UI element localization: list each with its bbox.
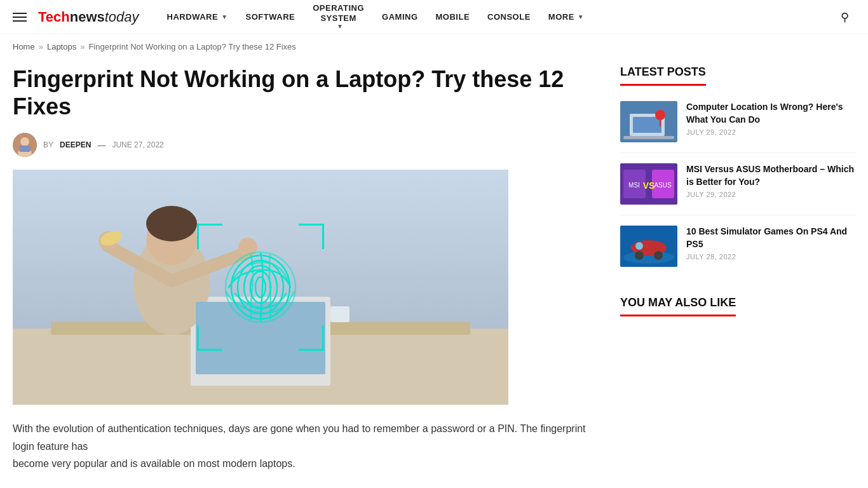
date-separator: — (97, 140, 105, 150)
avatar-image (13, 133, 37, 157)
list-item: 10 Best Simulator Games On PS4 And PS5 J… (620, 226, 855, 277)
avatar-svg (13, 133, 37, 157)
nav-item-hardware[interactable]: HARDWARE ▼ (158, 0, 237, 34)
post-info-3: 10 Best Simulator Games On PS4 And PS5 J… (686, 226, 855, 261)
svg-point-41 (635, 242, 643, 250)
latest-posts-title: LATEST POSTS (620, 65, 706, 86)
article-title: Fingerprint Not Working on a Laptop? Try… (13, 65, 595, 120)
post-info-1: Computer Location Is Wrong? Here's What … (686, 101, 855, 136)
svg-rect-3 (19, 146, 31, 152)
author-line: BY DEEPEN — JUNE 27, 2022 (13, 133, 595, 157)
post-thumbnail-1[interactable] (620, 101, 677, 142)
nav-item-mobile[interactable]: MOBILE (427, 0, 479, 34)
post-title-2[interactable]: MSI Versus ASUS Motherboard – Which is B… (686, 163, 855, 188)
nav-item-software[interactable]: SOFTWARE (237, 0, 304, 34)
author-name[interactable]: DEEPEN (60, 140, 91, 149)
breadcrumb-current: Fingerprint Not Working on a Laptop? Try… (88, 42, 295, 51)
scan-corner-tl (197, 224, 222, 249)
article: Fingerprint Not Working on a Laptop? Try… (13, 59, 595, 472)
hero-image (13, 170, 508, 405)
svg-text:MSI: MSI (628, 182, 640, 189)
logo-tech: Tech (38, 9, 70, 25)
breadcrumb-sep-2: » (80, 42, 85, 51)
svg-point-25 (255, 277, 266, 297)
chevron-down-icon: ▼ (578, 13, 584, 20)
chevron-down-icon: ▼ (337, 23, 343, 30)
post-title-1[interactable]: Computer Location Is Wrong? Here's What … (686, 101, 855, 126)
page-container: Fingerprint Not Working on a Laptop? Try… (0, 59, 868, 472)
nav-item-more[interactable]: MORE ▼ (539, 0, 593, 34)
chevron-down-icon: ▼ (221, 13, 227, 20)
main-nav: HARDWARE ▼ SOFTWARE OPERATING SYSTEM ▼ G… (158, 0, 834, 34)
nav-item-gaming[interactable]: GAMING (373, 0, 426, 34)
article-para-1: With the evolution of authentication tec… (13, 420, 595, 454)
avatar (13, 133, 37, 157)
post-info-2: MSI Versus ASUS Motherboard – Which is B… (686, 163, 855, 198)
you-may-also-like-section: YOU MAY ALSO LIKE (620, 296, 855, 322)
svg-point-1 (20, 137, 29, 146)
logo-news: news (70, 9, 105, 25)
fingerprint-icon (219, 246, 302, 329)
search-button[interactable]: ⚲ (834, 10, 855, 24)
article-body: With the evolution of authentication tec… (13, 420, 595, 472)
svg-point-30 (655, 110, 665, 120)
post-date-2: JULY 29, 2022 (686, 191, 855, 198)
post-thumbnail-2[interactable]: MSI ASUS VS (620, 163, 677, 205)
svg-rect-19 (330, 306, 349, 322)
post-thumbnail-3[interactable] (620, 226, 677, 267)
latest-posts-section: LATEST POSTS Computer (620, 65, 855, 277)
svg-point-12 (146, 206, 197, 241)
svg-point-42 (635, 251, 644, 260)
list-item: MSI ASUS VS MSI Versus ASUS Motherboard … (620, 163, 855, 215)
post-date-3: JULY 28, 2022 (686, 253, 855, 261)
hamburger-menu[interactable] (13, 13, 27, 22)
logo-today: today (105, 9, 139, 25)
breadcrumb-sep-1: » (39, 42, 43, 51)
breadcrumb-laptops[interactable]: Laptops (47, 42, 76, 51)
site-logo[interactable]: Technewstoday (38, 9, 139, 25)
svg-rect-28 (633, 117, 661, 133)
svg-text:ASUS: ASUS (654, 182, 672, 189)
list-item: Computer Location Is Wrong? Here's What … (620, 101, 855, 153)
nav-item-operating-system[interactable]: OPERATING SYSTEM ▼ (304, 0, 373, 34)
scan-corner-br (299, 325, 324, 351)
scan-corner-bl (197, 325, 222, 351)
fingerprint-scan-overlay (197, 224, 324, 351)
svg-rect-29 (623, 136, 674, 139)
article-date: JUNE 27, 2022 (112, 140, 163, 149)
by-label: BY (43, 140, 53, 149)
post-date-1: JULY 29, 2022 (686, 128, 855, 136)
breadcrumb: Home » Laptops » Fingerprint Not Working… (0, 34, 868, 59)
site-header: Technewstoday HARDWARE ▼ SOFTWARE OPERAT… (0, 0, 868, 34)
svg-point-43 (654, 251, 663, 260)
svg-text:VS: VS (643, 180, 655, 191)
sidebar: LATEST POSTS Computer (620, 59, 855, 472)
nav-item-console[interactable]: CONSOLE (478, 0, 539, 34)
scan-corner-tr (299, 224, 324, 249)
post-title-3[interactable]: 10 Best Simulator Games On PS4 And PS5 (686, 226, 855, 250)
breadcrumb-home[interactable]: Home (13, 42, 35, 51)
article-para-2: become very popular and is available on … (13, 455, 595, 472)
you-may-also-like-title: YOU MAY ALSO LIKE (620, 296, 736, 316)
